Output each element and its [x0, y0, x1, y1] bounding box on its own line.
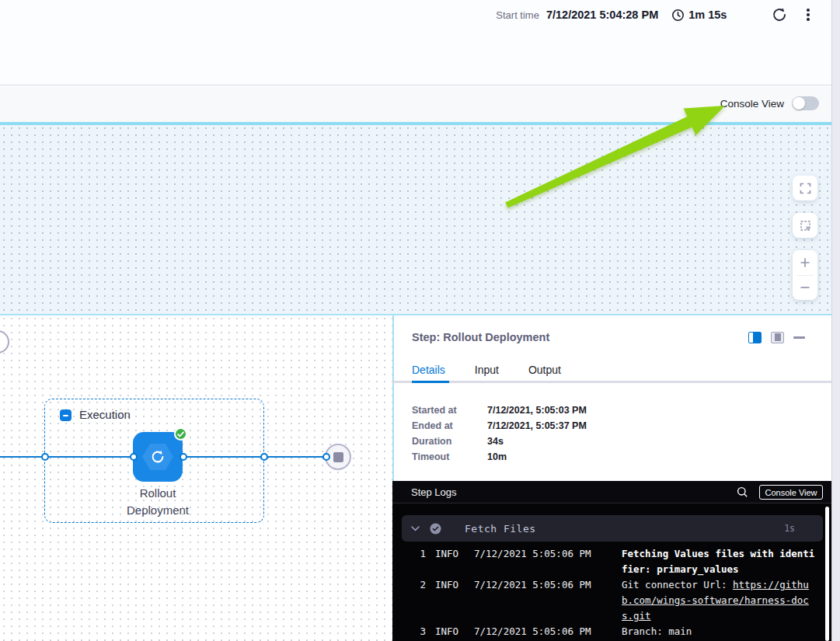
minus-icon — [799, 281, 811, 294]
pipeline-execution-screen: Start time 7/12/2021 5:04:28 PM 1m 15s C… — [0, 0, 840, 641]
field-label: Duration — [412, 436, 487, 447]
console-view-toggle[interactable] — [792, 96, 819, 110]
zoom-button-group — [793, 250, 817, 300]
offscreen-node — [0, 330, 9, 354]
plus-icon — [799, 256, 811, 269]
clock-icon — [671, 9, 685, 22]
field-label: Timeout — [412, 451, 487, 462]
step-graph-canvas[interactable]: Execution Rollout Deployment — [0, 315, 392, 641]
search-icon — [737, 486, 748, 498]
log-message: Branch: main — [622, 624, 819, 639]
log-row: 3 INFO 7/12/2021 5:05:06 PM Branch: main — [392, 624, 826, 639]
fit-view-icon — [800, 220, 811, 232]
connector-point — [322, 453, 330, 461]
connector-point — [41, 453, 49, 461]
step-logs-title: Step Logs — [411, 486, 457, 498]
success-badge — [174, 427, 187, 441]
step-details-panel: Step: Rollout Deployment Details Input O… — [392, 315, 831, 641]
logs-console-view-button[interactable]: Console View — [759, 485, 823, 500]
node-label: Rollout Deployment — [115, 485, 200, 519]
rollout-deployment-node[interactable] — [133, 432, 183, 482]
field-row: Timeout 10m — [412, 449, 587, 465]
log-level: INFO — [435, 577, 465, 593]
fit-view-button[interactable] — [793, 213, 817, 238]
search-logs-button[interactable] — [737, 486, 748, 498]
field-value: 10m — [487, 451, 507, 462]
log-message: Git connector Url: https://github.com/wi… — [622, 577, 819, 624]
layout-split-right-icon[interactable] — [748, 332, 762, 343]
top-header: Start time 7/12/2021 5:04:28 PM 1m 15s — [0, 0, 831, 85]
connector-point — [260, 453, 268, 461]
field-row: Started at 7/12/2021, 5:05:03 PM — [412, 402, 587, 418]
log-line-number: 2 — [413, 577, 426, 593]
log-level: INFO — [435, 546, 465, 562]
step-logs-bar: Step Logs Console View — [392, 481, 831, 503]
log-message: Fetching Values files with identifier: p… — [622, 546, 819, 577]
connector-point — [180, 453, 187, 461]
details-tabs: Details Input Output — [412, 364, 561, 381]
panel-title: Step: Rollout Deployment — [412, 331, 549, 343]
log-line-number: 3 — [413, 624, 426, 639]
success-check-icon — [430, 523, 441, 535]
check-icon — [177, 431, 184, 437]
stop-icon — [333, 452, 343, 462]
step-fields: Started at 7/12/2021, 5:05:03 PM Ended a… — [412, 402, 587, 465]
start-time-label: Start time — [496, 9, 539, 21]
start-time-value: 7/12/2021 5:04:28 PM — [546, 9, 658, 21]
elapsed-time: 1m 15s — [688, 9, 727, 21]
log-line-number: 1 — [413, 546, 426, 562]
log-section-duration: 1s — [784, 523, 795, 534]
rollout-icon — [149, 448, 166, 465]
log-message-prefix: Git connector Url: — [622, 579, 733, 590]
zoom-out-button[interactable] — [793, 276, 817, 301]
tab-details[interactable]: Details — [412, 364, 445, 381]
log-lines: 1 INFO 7/12/2021 5:05:06 PM Fetching Val… — [392, 546, 826, 639]
logs-scrollbar[interactable] — [825, 507, 829, 641]
refresh-button[interactable] — [772, 7, 787, 23]
field-value: 34s — [487, 436, 504, 447]
log-section-header[interactable]: Fetch Files 1s — [402, 515, 823, 542]
field-row: Ended at 7/12/2021, 5:05:37 PM — [412, 418, 587, 434]
graph-toolbar: Console View — [0, 86, 831, 122]
tabs-separator — [392, 381, 831, 383]
logs-area: Fetch Files 1s 1 INFO 7/12/2021 5:05:06 … — [392, 503, 831, 641]
tab-input[interactable]: Input — [475, 364, 499, 381]
field-label: Ended at — [412, 420, 487, 431]
minimize-panel-button[interactable] — [793, 336, 805, 339]
page-scrollbar[interactable] — [831, 0, 840, 641]
log-timestamp: 7/12/2021 5:05:06 PM — [474, 546, 612, 562]
layout-split-center-icon[interactable] — [771, 332, 784, 343]
log-row: 1 INFO 7/12/2021 5:05:06 PM Fetching Val… — [392, 546, 826, 577]
toggle-knob — [793, 97, 805, 110]
execution-meta: Start time 7/12/2021 5:04:28 PM 1m 15s — [496, 7, 811, 23]
connector-point — [130, 453, 138, 461]
log-timestamp: 7/12/2021 5:05:06 PM — [474, 577, 612, 593]
console-view-label: Console View — [720, 98, 784, 110]
execution-group-label: Execution — [79, 408, 131, 421]
field-value: 7/12/2021, 5:05:03 PM — [487, 405, 587, 416]
field-label: Started at — [412, 405, 487, 416]
tab-output[interactable]: Output — [528, 364, 561, 381]
log-level: INFO — [435, 624, 465, 639]
fullscreen-button[interactable] — [793, 176, 817, 200]
kebab-menu-button[interactable] — [805, 7, 811, 23]
active-tab-underline — [412, 381, 449, 383]
chevron-down-icon — [411, 526, 420, 531]
fullscreen-icon — [800, 183, 811, 194]
log-timestamp: 7/12/2021 5:05:06 PM — [474, 624, 612, 639]
field-value: 7/12/2021, 5:05:37 PM — [487, 420, 587, 431]
collapse-execution-button[interactable] — [60, 409, 71, 421]
stage-graph-canvas[interactable] — [0, 125, 831, 314]
field-row: Duration 34s — [412, 434, 587, 449]
panel-left-accent — [392, 315, 394, 481]
zoom-in-button[interactable] — [793, 250, 817, 275]
log-row: 2 INFO 7/12/2021 5:05:06 PM Git connecto… — [392, 577, 826, 624]
log-section-name: Fetch Files — [465, 523, 536, 535]
